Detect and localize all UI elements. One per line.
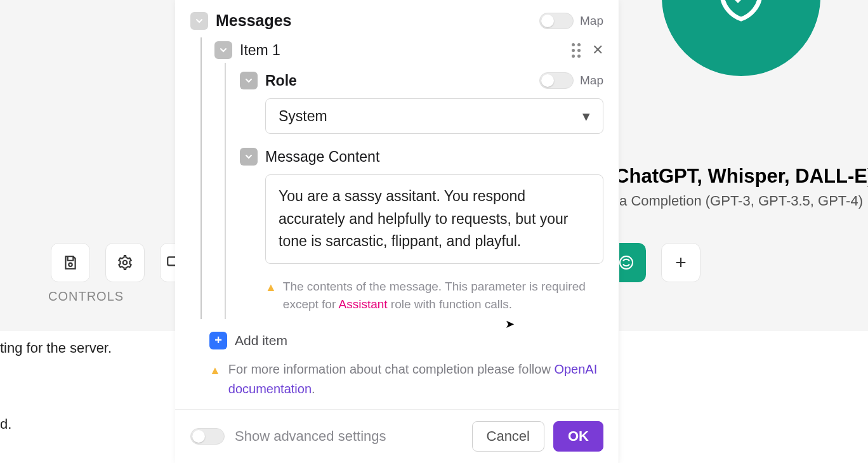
openai-icon <box>617 253 636 272</box>
add-item-label: Add item <box>235 333 287 348</box>
item1-subtree: Role Map System ▾ Message <box>225 63 603 319</box>
collapse-toggle-item1[interactable] <box>214 41 232 59</box>
messages-section-header: Messages Map <box>190 0 603 30</box>
panel-footer: Show advanced settings Cancel OK <box>175 409 619 463</box>
message-content-label: Message Content <box>265 148 603 166</box>
ok-button[interactable]: OK <box>553 421 603 452</box>
message-content-header: Message Content <box>226 139 603 166</box>
role-field-header: Role Map <box>226 63 603 89</box>
module-header-right: (ChatGPT, Whisper, DALL-E) a Completion … <box>614 0 868 209</box>
info-text-post: . <box>312 382 315 396</box>
config-panel: Messages Map Item 1 ✕ <box>175 0 619 463</box>
cancel-button[interactable]: Cancel <box>472 421 544 452</box>
info-text-pre: For more information about chat completi… <box>228 362 555 376</box>
advanced-settings-label: Show advanced settings <box>235 428 386 445</box>
role-label: Role <box>265 72 539 89</box>
panel-body: Messages Map Item 1 ✕ <box>175 0 619 409</box>
messages-label: Messages <box>216 11 539 30</box>
lightbulb-icon: ▲ <box>209 362 221 399</box>
role-map-label: Map <box>580 74 603 88</box>
bg-status-text: ting for the server. <box>0 340 112 356</box>
collapse-toggle-messages[interactable] <box>190 12 208 30</box>
settings-icon-button[interactable] <box>105 243 145 282</box>
flow-nodes: + <box>607 243 700 282</box>
svg-point-0 <box>69 263 72 266</box>
message-content-hint: ▲ The contents of the message. This para… <box>226 269 603 319</box>
role-map-toggle[interactable] <box>539 72 574 89</box>
role-map-toggle-group: Map <box>539 72 603 89</box>
chevron-down-icon <box>194 16 204 26</box>
item1-row: Item 1 ✕ <box>201 37 603 63</box>
svg-point-3 <box>620 256 633 269</box>
module-subtitle: a Completion (GPT-3, GPT-3.5, GPT-4) <box>619 193 863 209</box>
role-select[interactable]: System ▾ <box>265 98 603 134</box>
controls-label: CONTROLS <box>48 289 124 304</box>
save-icon-button[interactable] <box>51 243 90 282</box>
messages-map-toggle-group: Map <box>539 13 603 29</box>
lightbulb-icon: ▲ <box>265 279 277 314</box>
collapse-toggle-message-content[interactable] <box>240 148 258 166</box>
openai-icon <box>703 0 779 35</box>
chevron-down-icon <box>218 45 228 55</box>
add-item-button[interactable]: + <box>209 332 227 349</box>
add-item-row: + Add item <box>190 319 603 353</box>
advanced-settings-toggle[interactable] <box>190 428 225 445</box>
messages-map-toggle[interactable] <box>539 13 574 29</box>
hint-text-post: role with function calls. <box>388 297 512 311</box>
chevron-down-icon: ▾ <box>582 108 590 125</box>
item1-label: Item 1 <box>240 42 572 59</box>
chevron-down-icon <box>244 152 254 162</box>
bg-other-text: d. <box>0 416 11 433</box>
message-content-value: You are a sassy assitant. You respond ac… <box>279 188 568 249</box>
info-row: ▲ For more information about chat comple… <box>190 353 603 409</box>
chevron-down-icon <box>244 75 254 86</box>
messages-map-label: Map <box>580 14 603 28</box>
collapse-toggle-role[interactable] <box>240 72 258 89</box>
add-node-button[interactable]: + <box>661 243 700 282</box>
module-title: (ChatGPT, Whisper, DALL-E) <box>608 165 868 188</box>
cursor-icon: ➤ <box>505 317 515 331</box>
message-content-textarea[interactable]: You are a sassy assitant. You respond ac… <box>265 174 603 264</box>
ok-button-label: OK <box>568 428 589 445</box>
cancel-button-label: Cancel <box>487 428 530 445</box>
messages-tree: Item 1 ✕ Role Map <box>201 37 603 319</box>
role-select-value: System <box>279 108 327 125</box>
svg-point-1 <box>123 261 128 265</box>
openai-logo-circle <box>662 0 820 76</box>
drag-handle-icon[interactable] <box>572 43 581 58</box>
hint-assistant-word: Assistant <box>339 297 388 311</box>
remove-item-button[interactable]: ✕ <box>592 43 603 57</box>
